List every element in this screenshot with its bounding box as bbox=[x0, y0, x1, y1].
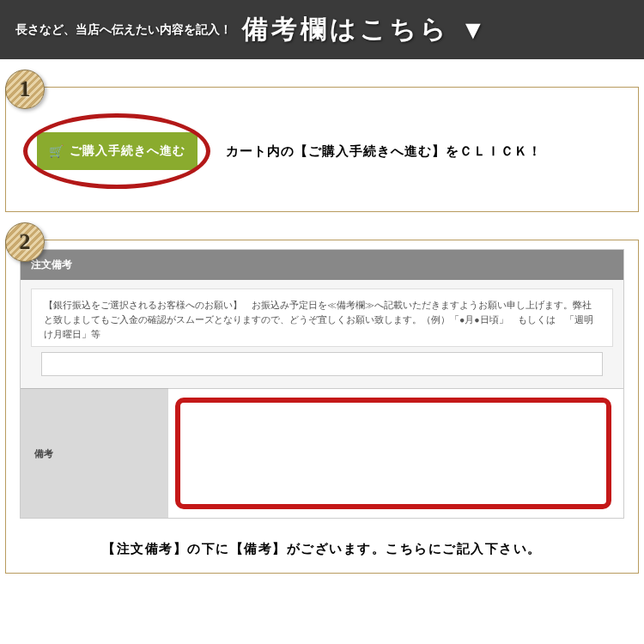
step-1-row: 🛒 ご購入手続きへ進む カート内の【ご購入手続きへ進む】をＣＬＩＣＫ！ bbox=[20, 106, 624, 196]
circle-highlight bbox=[23, 113, 210, 189]
header-title: 備考欄はこちら bbox=[242, 12, 450, 47]
step-1-badge: 1 bbox=[5, 70, 45, 109]
form-preview: 注文備考 【銀行振込をご選択されるお客様へのお願い】 お振込み予定日を≪備考欄≫… bbox=[20, 249, 624, 519]
form-row-remarks: 備考 bbox=[21, 388, 623, 518]
textarea-cell bbox=[168, 388, 623, 518]
textarea-label: 備考 bbox=[21, 388, 168, 518]
chevron-down-icon: ▼ bbox=[460, 15, 486, 45]
form-header: 注文備考 bbox=[21, 250, 623, 280]
step-2-box: 注文備考 【銀行振込をご選択されるお客様へのお願い】 お振込み予定日を≪備考欄≫… bbox=[5, 240, 639, 574]
header-banner: 長さなど、当店へ伝えたい内容を記入！ 備考欄はこちら ▼ bbox=[0, 0, 644, 59]
step-1-number: 1 bbox=[20, 76, 31, 102]
step-1-instruction: カート内の【ご購入手続きへ進む】をＣＬＩＣＫ！ bbox=[226, 143, 542, 160]
step-2-section: 2 注文備考 【銀行振込をご選択されるお客様へのお願い】 お振込み予定日を≪備考… bbox=[0, 240, 644, 574]
step-1-section: 1 🛒 ご購入手続きへ進む カート内の【ご購入手続きへ進む】をＣＬＩＣＫ！ bbox=[0, 87, 644, 212]
form-notice: 【銀行振込をご選択されるお客様へのお願い】 お振込み予定日を≪備考欄≫へ記載いた… bbox=[31, 289, 613, 347]
step-2-number: 2 bbox=[20, 229, 31, 255]
notice-input-preview bbox=[41, 352, 603, 376]
textarea-highlight[interactable] bbox=[175, 398, 611, 509]
header-subtitle: 長さなど、当店へ伝えたい内容を記入！ bbox=[15, 22, 232, 38]
step-2-caption: 【注文備考】の下に【備考】がございます。こちらにご記入下さい。 bbox=[20, 541, 624, 557]
step-1-box: 🛒 ご購入手続きへ進む カート内の【ご購入手続きへ進む】をＣＬＩＣＫ！ bbox=[5, 87, 639, 212]
proceed-button-wrap: 🛒 ご購入手続きへ進む bbox=[23, 113, 210, 189]
step-2-badge: 2 bbox=[5, 222, 45, 262]
